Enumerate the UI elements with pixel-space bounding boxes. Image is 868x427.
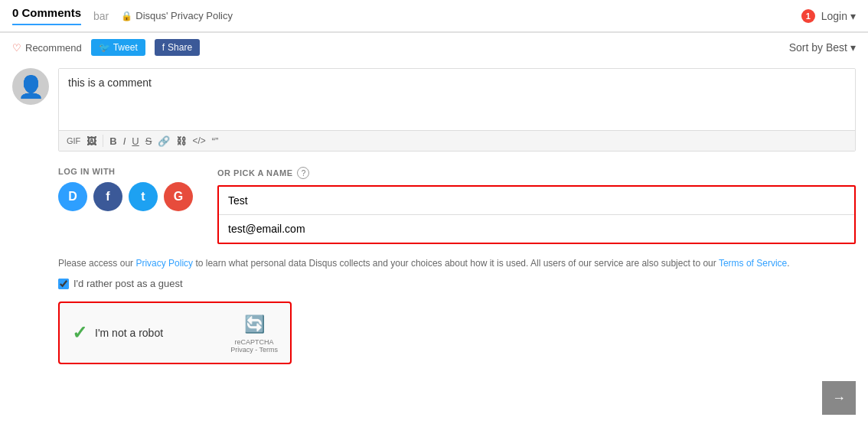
recaptcha-logo: 🔄 [242,312,266,337]
action-bar-left: ♡ Recommend 🐦 Tweet f Share [12,39,200,56]
editor-toolbar: GIF 🖼 B I U S 🔗 ⛓ </> “” [59,130,855,151]
user-icon: 👤 [18,74,44,99]
checkmark-icon: ✓ [72,322,87,344]
unlink-button[interactable]: ⛓ [176,135,186,147]
recaptcha-wrapper: ✓ I'm not a robot 🔄 reCAPTCHA Privacy - … [0,298,868,376]
tweet-button[interactable]: 🐦 Tweet [91,39,145,56]
gif-button[interactable]: GIF [67,136,80,145]
chevron-down-icon: ▾ [850,10,856,22]
top-navigation: 0 Comments bar 🔒 Disqus' Privacy Policy … [0,0,868,33]
twitter-login-button[interactable]: t [129,182,158,211]
avatar: 👤 [12,68,49,105]
lock-icon: 🔒 [121,11,132,21]
name-fields [217,185,856,244]
login-with: LOG IN WITH D f t G [58,167,193,211]
pick-name-header: OR PICK A NAME ? [217,167,856,179]
quote-button[interactable]: “” [212,135,219,147]
underline-button[interactable]: U [132,135,139,147]
recaptcha-brand: reCAPTCHA [235,338,274,346]
facebook-login-button[interactable]: f [93,182,122,211]
auth-section: LOG IN WITH D f t G OR PICK A NAME ? [0,158,868,250]
disqus-login-button[interactable]: D [58,182,87,211]
bottom-right: → [822,381,856,415]
login-badge: 1 [801,9,815,23]
login-button[interactable]: Login ▾ [821,10,856,22]
terms-of-service-link[interactable]: Terms of Service [719,258,787,269]
facebook-icon: f [162,42,165,53]
twitter-bird-icon: 🐦 [99,42,110,53]
name-input[interactable] [219,187,854,215]
help-icon[interactable]: ? [297,167,309,179]
sort-button[interactable]: Sort by Best ▾ [789,41,856,54]
recaptcha-box[interactable]: ✓ I'm not a robot 🔄 reCAPTCHA Privacy - … [58,302,292,364]
share-button[interactable]: f Share [155,39,200,56]
bar-tab[interactable]: bar [93,10,109,22]
guest-checkbox[interactable] [58,279,69,289]
social-icons: D f t G [58,182,193,211]
email-input[interactable] [219,215,854,243]
recaptcha-links[interactable]: Privacy - Terms [230,346,278,354]
privacy-policy-link[interactable]: 🔒 Disqus' Privacy Policy [121,10,233,21]
captcha-label: I'm not a robot [95,327,163,339]
nav-left: 0 Comments bar 🔒 Disqus' Privacy Policy [12,6,233,25]
google-login-button[interactable]: G [164,182,193,211]
comment-input[interactable]: this is a comment [59,69,855,130]
guest-row: I'd rather post as a guest [0,273,868,298]
heart-icon: ♡ [12,42,21,54]
captcha-right: 🔄 reCAPTCHA Privacy - Terms [230,312,278,354]
arrow-right-icon: → [832,390,846,406]
comment-area: 👤 this is a comment GIF 🖼 B I U S 🔗 ⛓ </… [0,62,868,158]
strikethrough-button[interactable]: S [145,135,152,147]
link-button[interactable]: 🔗 [158,135,170,147]
pick-name-label: OR PICK A NAME [217,168,292,178]
recaptcha-icon: 🔄 [244,315,265,334]
nav-right: 1 Login ▾ [801,9,856,23]
bold-button[interactable]: B [109,135,116,147]
action-bar: ♡ Recommend 🐦 Tweet f Share Sort by Best… [0,33,868,62]
captcha-left: ✓ I'm not a robot [72,322,163,344]
code-button[interactable]: </> [192,135,205,146]
privacy-text: Please access our Privacy Policy to lear… [0,250,868,273]
login-with-label: LOG IN WITH [58,167,193,176]
recommend-button[interactable]: ♡ Recommend [12,42,82,54]
next-button[interactable]: → [822,381,856,415]
chevron-down-icon: ▾ [850,41,856,54]
pick-name-section: OR PICK A NAME ? [217,167,856,244]
editor-box: this is a comment GIF 🖼 B I U S 🔗 ⛓ </> … [58,68,856,152]
toolbar-separator [103,135,103,147]
privacy-policy-link[interactable]: Privacy Policy [135,258,193,269]
comments-tab[interactable]: 0 Comments [12,6,81,25]
image-button[interactable]: 🖼 [86,135,96,147]
italic-button[interactable]: I [123,135,126,147]
guest-label: I'd rather post as a guest [73,278,183,289]
